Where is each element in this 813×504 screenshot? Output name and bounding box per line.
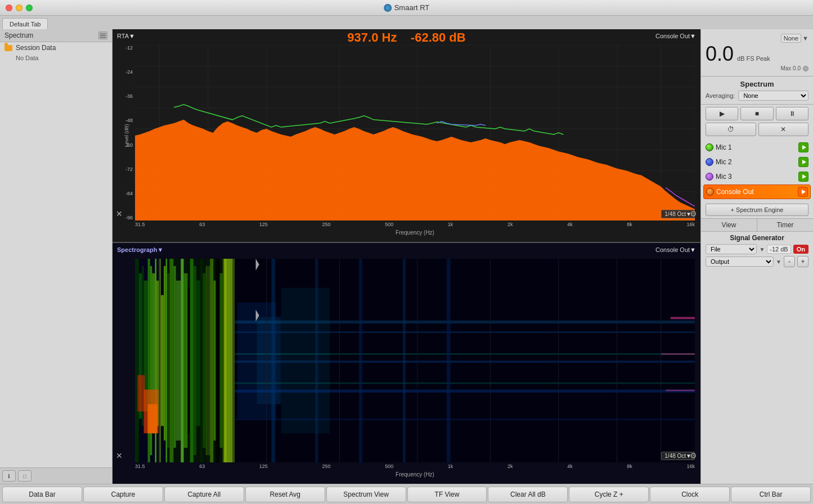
- svg-rect-40: [173, 266, 176, 448]
- close-button[interactable]: [6, 4, 12, 11]
- svg-rect-67: [235, 418, 695, 420]
- mic1-play-button[interactable]: [798, 142, 808, 152]
- clear-all-db-button[interactable]: Clear All dB: [488, 487, 568, 502]
- svg-rect-43: [184, 273, 188, 448]
- sidebar-add-button[interactable]: □: [18, 470, 32, 482]
- instrument-row-mic3[interactable]: Mic 3: [703, 170, 811, 183]
- rta-output-label[interactable]: Console Out▼: [655, 33, 696, 39]
- rta-label[interactable]: RTA▼: [117, 33, 135, 39]
- meter-unit: dB FS Peak: [737, 55, 770, 62]
- data-bar-button[interactable]: Data Bar: [2, 487, 82, 502]
- reset-avg-button[interactable]: Reset Avg: [245, 487, 325, 502]
- spectrograph-area: Spectrograph▼ Console Out▼: [113, 243, 700, 484]
- ctrl-bar-button[interactable]: Ctrl Bar: [731, 487, 811, 502]
- rta-settings-button[interactable]: ⚙: [690, 209, 697, 218]
- pause-button[interactable]: ⏸: [776, 107, 808, 120]
- svg-rect-76: [661, 353, 695, 355]
- maximize-button[interactable]: [26, 4, 33, 11]
- svg-rect-63: [235, 321, 695, 323]
- spectrum-view-button[interactable]: Spectrum View: [326, 487, 406, 502]
- meter-section: None ▼ 0.0 dB FS Peak Max 0.0: [701, 29, 813, 76]
- spectrum-section: Spectrum Averaging: None 2x 4x 8x: [701, 76, 813, 105]
- svg-rect-66: [235, 390, 695, 393]
- spectrograph-output-label[interactable]: Console Out▼: [655, 246, 696, 253]
- instrument-row-console-out[interactable]: Console Out: [703, 184, 811, 199]
- rta-x-title: Frequency (Hz): [135, 230, 695, 236]
- svg-rect-21: [135, 259, 139, 462]
- minimize-button[interactable]: [16, 4, 23, 11]
- on-button[interactable]: On: [793, 245, 808, 254]
- output-select[interactable]: Output: [706, 256, 774, 267]
- signal-generator-section: Signal Generator File ▼ -12 dB On Output…: [701, 232, 813, 271]
- svg-rect-45: [190, 259, 194, 462]
- mic2-play-button[interactable]: [798, 157, 808, 167]
- sidebar-menu-button[interactable]: [98, 32, 107, 39]
- svg-rect-41: [176, 281, 181, 440]
- tabbar: Default Tab: [0, 16, 813, 29]
- cycle-z-plus-button[interactable]: Cycle Z +: [569, 487, 649, 502]
- center-panel: 937.0 Hz -62.80 dB RTA▼ Console Out▼ -12…: [113, 29, 700, 484]
- settings-button[interactable]: ✕: [758, 123, 809, 136]
- svg-rect-74: [447, 259, 451, 462]
- transport-row-2: ⏱ ✕: [701, 123, 813, 138]
- svg-rect-42: [181, 259, 183, 462]
- folder-icon: [5, 45, 12, 51]
- svg-rect-54: [220, 273, 223, 448]
- plus-button[interactable]: +: [797, 256, 808, 267]
- capture-all-button[interactable]: Capture All: [164, 487, 244, 502]
- rta-x-axis: 31.5 63 125 250 500 1k 2k 4k 8k 16k Freq…: [135, 220, 695, 242]
- svg-rect-70: [271, 259, 275, 462]
- svg-rect-39: [169, 259, 173, 462]
- mic1-name: Mic 1: [716, 143, 755, 151]
- rta-close-button[interactable]: ✕: [116, 209, 123, 218]
- spectrum-section-title: Spectrum: [706, 80, 808, 88]
- meter-source-select[interactable]: None: [781, 34, 801, 43]
- spectrograph-label[interactable]: Spectrograph▼: [117, 246, 163, 253]
- svg-rect-77: [666, 390, 695, 392]
- mic3-name: Mic 3: [716, 173, 755, 181]
- add-spectrum-engine-button[interactable]: + Spectrum Engine: [706, 204, 808, 216]
- stop-button[interactable]: ■: [740, 107, 773, 120]
- mic1-dot: [706, 143, 713, 151]
- svg-rect-46: [194, 266, 196, 455]
- play-button[interactable]: ▶: [706, 107, 738, 120]
- averaging-label: Averaging:: [706, 92, 735, 99]
- averaging-select[interactable]: None 2x 4x 8x: [738, 91, 808, 101]
- rta-frequency-display: 937.0 Hz -62.80 dB: [113, 29, 700, 45]
- spec-close-button[interactable]: ✕: [116, 451, 123, 460]
- svg-rect-65: [235, 361, 695, 363]
- svg-rect-49: [203, 273, 205, 448]
- svg-rect-36: [137, 375, 145, 412]
- tf-view-button[interactable]: TF View: [407, 487, 487, 502]
- sidebar-title: Spectrum: [5, 32, 33, 39]
- mic2-play-icon: [802, 160, 806, 164]
- spec-x-axis: 31.5 63 125 250 500 1k 2k 4k 8k 16k Freq…: [135, 462, 695, 484]
- console-out-play-button[interactable]: [798, 187, 808, 197]
- timer-tab-button[interactable]: Timer: [757, 219, 813, 231]
- sidebar: Spectrum Session Data No Data ℹ □: [0, 29, 113, 484]
- instrument-row-mic1[interactable]: Mic 1: [703, 141, 811, 154]
- svg-rect-38: [167, 273, 169, 448]
- default-tab[interactable]: Default Tab: [2, 18, 48, 29]
- session-data-item[interactable]: Session Data: [0, 42, 112, 53]
- view-button[interactable]: View: [701, 219, 757, 231]
- mic2-dot: [706, 158, 713, 166]
- minus-button[interactable]: -: [784, 256, 795, 267]
- sidebar-info-button[interactable]: ℹ: [2, 470, 16, 482]
- svg-rect-64: [235, 331, 695, 333]
- clock-button[interactable]: Clock: [650, 487, 730, 502]
- capture-button[interactable]: Capture: [83, 487, 163, 502]
- mic3-play-button[interactable]: [798, 172, 808, 182]
- spec-settings-button[interactable]: ⚙: [690, 451, 697, 460]
- meter-value: 0.0: [706, 44, 734, 64]
- file-select[interactable]: File: [706, 244, 757, 254]
- svg-rect-50: [205, 266, 210, 455]
- no-data-item: No Data: [0, 53, 112, 62]
- svg-rect-53: [216, 259, 220, 462]
- instrument-row-mic2[interactable]: Mic 2: [703, 155, 811, 169]
- svg-rect-31: [161, 295, 164, 426]
- transport-controls: ▶ ■ ⏸: [701, 105, 813, 123]
- svg-rect-69: [235, 382, 695, 384]
- timer-button[interactable]: ⏱: [706, 123, 756, 136]
- mic3-dot: [706, 173, 713, 181]
